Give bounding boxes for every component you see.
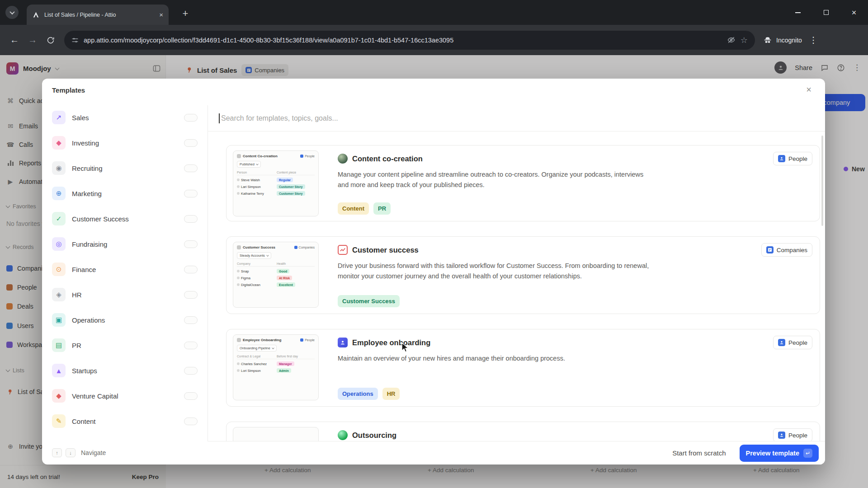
category-toggle[interactable] xyxy=(184,266,198,273)
close-icon: × xyxy=(852,9,857,17)
category-toggle[interactable] xyxy=(184,139,198,147)
category-finance[interactable]: ⊙Finance xyxy=(48,257,201,282)
tag-pr: PR xyxy=(373,202,391,215)
category-toggle[interactable] xyxy=(184,190,198,197)
navigate-hint: ↑ ↓ Navigate xyxy=(52,448,106,457)
tab-title: List of Sales / Pipeline - Attio xyxy=(44,12,155,18)
reload-button[interactable] xyxy=(42,31,60,49)
template-card-customer-success[interactable]: Customer SuccessCompanies Steady Account… xyxy=(226,236,820,314)
forward-button[interactable]: → xyxy=(24,31,42,49)
new-tab-button[interactable]: + xyxy=(179,7,192,20)
category-toggle[interactable] xyxy=(184,316,198,324)
category-investing[interactable]: ◆Investing xyxy=(48,130,201,155)
sales-icon: ↗ xyxy=(52,111,66,124)
mouse-cursor xyxy=(401,342,410,355)
modal-footer: Start from scratch Preview template ↵ xyxy=(208,441,825,465)
maximize-icon xyxy=(824,10,829,15)
category-marketing[interactable]: ⊕Marketing xyxy=(48,181,201,206)
fundraising-icon: ◎ xyxy=(52,237,66,251)
template-card-outsourcing[interactable]: Outsourcing People xyxy=(226,422,820,441)
tab-close-icon[interactable]: × xyxy=(159,11,163,18)
back-button[interactable]: ← xyxy=(5,31,24,49)
start-from-scratch-button[interactable]: Start from scratch xyxy=(667,446,731,460)
category-toggle[interactable] xyxy=(184,418,198,425)
template-thumbnail: Customer SuccessCompanies Steady Account… xyxy=(233,242,319,308)
reload-icon xyxy=(47,36,55,44)
bookmark-star-icon[interactable]: ☆ xyxy=(741,35,748,45)
browser-menu-icon[interactable]: ⋮ xyxy=(809,35,818,45)
tag-operations: Operations xyxy=(338,388,378,400)
category-pr[interactable]: ▤PR xyxy=(48,333,201,358)
preview-template-button[interactable]: Preview template ↵ xyxy=(740,445,819,462)
category-fundraising[interactable]: ◎Fundraising xyxy=(48,231,201,257)
category-toggle[interactable] xyxy=(184,291,198,299)
content-icon: ✎ xyxy=(52,414,66,428)
close-window-button[interactable]: × xyxy=(840,0,868,25)
people-icon xyxy=(300,338,303,342)
category-customer-success[interactable]: ✓Customer Success xyxy=(48,206,201,231)
enter-key-icon: ↵ xyxy=(803,449,812,458)
arrow-up-key-icon: ↑ xyxy=(52,448,62,457)
category-toggle[interactable] xyxy=(184,392,198,400)
minimize-button[interactable] xyxy=(784,0,812,25)
browser-toolbar: ← → app.attio.com/moodjoycorp/collection… xyxy=(0,25,868,55)
tag-content: Content xyxy=(338,202,369,215)
marketing-icon: ⊕ xyxy=(52,187,66,200)
category-sales[interactable]: ↗Sales xyxy=(48,105,201,130)
chevron-down-icon xyxy=(9,9,14,14)
record-type-badge: People xyxy=(773,428,812,441)
browser-tab[interactable]: List of Sales / Pipeline - Attio × xyxy=(27,5,169,25)
incognito-icon xyxy=(763,36,772,45)
scrollbar-thumb[interactable] xyxy=(821,136,823,226)
text-caret xyxy=(219,113,220,123)
category-toggle[interactable] xyxy=(184,240,198,248)
category-content[interactable]: ✎Content xyxy=(48,408,201,434)
avatar xyxy=(237,283,240,286)
tag-customer-success: Customer Success xyxy=(338,295,400,307)
customer-success-icon: ✓ xyxy=(52,212,66,225)
category-startups[interactable]: ▲Startups xyxy=(48,358,201,383)
content-co-creation-icon xyxy=(338,154,348,164)
template-card-content-co-creation[interactable]: Content Co-creationPeople Published Pers… xyxy=(226,145,820,221)
template-title: Content co-creation xyxy=(352,155,423,163)
category-operations[interactable]: ▣Operations xyxy=(48,307,201,333)
chevron-down-icon xyxy=(272,347,274,349)
eye-off-icon[interactable] xyxy=(727,36,736,44)
companies-icon xyxy=(766,246,774,253)
outsourcing-icon xyxy=(338,430,348,440)
record-type-badge: Companies xyxy=(761,243,812,257)
category-toggle[interactable] xyxy=(184,367,198,375)
people-icon xyxy=(300,155,303,158)
url-bar[interactable]: app.attio.com/moodjoycorp/collection/f3d… xyxy=(64,31,755,50)
category-toggle[interactable] xyxy=(184,342,198,349)
modal-close-button[interactable]: × xyxy=(802,83,815,96)
investing-icon: ◆ xyxy=(52,136,66,150)
site-settings-icon xyxy=(71,37,79,44)
arrow-down-key-icon: ↓ xyxy=(66,448,75,457)
window-chevron-button[interactable] xyxy=(5,6,19,19)
browser-tabstrip: List of Sales / Pipeline - Attio × + × xyxy=(0,0,868,25)
finance-icon: ⊙ xyxy=(52,263,66,276)
category-toggle[interactable] xyxy=(184,215,198,223)
search-input[interactable] xyxy=(221,114,628,122)
startups-icon: ▲ xyxy=(52,364,66,377)
hr-icon: ◈ xyxy=(52,288,66,301)
template-tags: Operations HR xyxy=(338,388,812,400)
employee-onboarding-icon xyxy=(338,338,348,347)
category-hr[interactable]: ◈HR xyxy=(48,282,201,307)
template-description: Manage your content pipeline and streaml… xyxy=(338,169,650,190)
category-toggle[interactable] xyxy=(184,114,198,122)
recruiting-icon: ◉ xyxy=(52,161,66,175)
pr-icon: ▤ xyxy=(52,338,66,352)
category-venture-capital[interactable]: ◆Venture Capital xyxy=(48,383,201,408)
customer-success-template-icon xyxy=(338,245,348,255)
thumb-icon xyxy=(237,245,241,249)
template-card-employee-onboarding[interactable]: Employee OnboardingPeople Onboarding Pip… xyxy=(226,329,820,407)
category-recruiting[interactable]: ◉Recruiting xyxy=(48,155,201,181)
category-list: ↗Sales ◆Investing ◉Recruiting ⊕Marketing… xyxy=(48,105,201,434)
maximize-button[interactable] xyxy=(812,0,840,25)
modal-title: Templates xyxy=(52,86,85,94)
category-toggle[interactable] xyxy=(184,164,198,172)
avatar xyxy=(237,369,240,372)
template-description: Drive your business forward with this ta… xyxy=(338,261,650,282)
